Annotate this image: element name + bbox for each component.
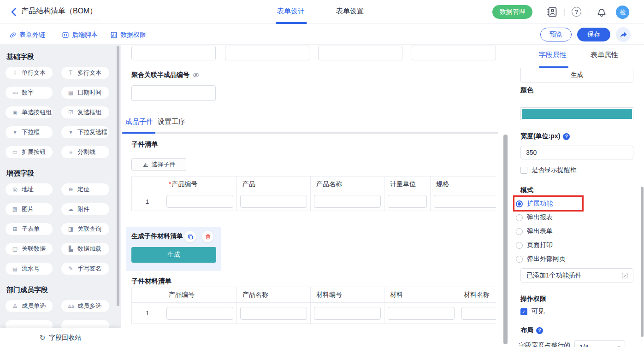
field-item-serial-number[interactable]: ▤流水号 [6, 263, 53, 275]
panel-scrollbar[interactable] [641, 187, 644, 337]
table-cell-input[interactable] [461, 307, 496, 320]
header-cell-spec: 规格 [431, 176, 496, 192]
form-field-input[interactable] [318, 46, 402, 60]
table-cell-input[interactable] [388, 307, 455, 320]
delete-widget-button[interactable] [202, 231, 213, 242]
generate-button[interactable]: 生成 [131, 247, 216, 263]
tab-finished-subitems[interactable]: 成品子件 [125, 118, 153, 126]
field-label: 关联查询 [77, 225, 101, 233]
data-manage-button[interactable]: 数据管理 [492, 5, 532, 19]
mode-option-popup-external-page[interactable]: 弹出外部网页 [516, 255, 566, 263]
header-cell [132, 176, 163, 192]
contacts-icon[interactable] [547, 6, 558, 18]
edit-icon[interactable] [621, 272, 628, 279]
field-item-date-time[interactable]: ▦日期时间 [61, 87, 109, 99]
mode-option-popup-report[interactable]: 弹出报表 [516, 213, 553, 222]
sidebar-scrollbar[interactable] [117, 46, 119, 306]
toolbar-link-label: 表单外链 [19, 31, 45, 39]
field-item-sub-form[interactable]: ⊞子表单 [6, 223, 53, 235]
table-cell-input[interactable] [434, 195, 496, 208]
table-cell-input[interactable] [314, 307, 381, 320]
share-button[interactable] [616, 27, 631, 42]
form-designer-app: { "header": { "title": "产品结构清单（BOM）", "t… [0, 0, 644, 347]
clear-icon[interactable]: × [617, 344, 620, 347]
field-item-checkbox-group[interactable]: ☑复选框组 [61, 106, 109, 118]
date-time-icon: ▦ [67, 89, 74, 96]
tab-form-properties[interactable]: 表单属性 [591, 51, 618, 59]
back-button[interactable] [8, 6, 20, 18]
link-icon [9, 31, 17, 39]
field-item-radio-group[interactable]: ◉单选按钮组 [6, 106, 53, 118]
field-item-attachment[interactable]: ☁附件 [61, 203, 109, 215]
checkbox-unchecked-icon [520, 167, 527, 174]
tab-field-properties[interactable]: 字段属性 [539, 51, 567, 59]
field-label: 成员单选 [22, 302, 46, 310]
form-title[interactable]: 产品结构清单（BOM） [21, 6, 99, 19]
divider-icon: ≡ [67, 149, 74, 155]
help-icon[interactable]: ? [572, 7, 581, 17]
section-title-enhanced-fields: 增强字段 [6, 169, 121, 178]
field-item-divider[interactable]: ≡分割线 [61, 146, 109, 158]
form-field-input[interactable] [131, 46, 216, 60]
tab-form-design[interactable]: 表单设计 [277, 7, 305, 16]
visible-checkbox[interactable]: ✓ 可见 [520, 307, 544, 316]
table-cell-input[interactable] [166, 195, 233, 208]
address-icon: ◎ [12, 186, 18, 193]
field-item-address[interactable]: ◎地址 [6, 183, 53, 195]
table-cell-input[interactable] [240, 195, 307, 208]
field-item-data-load[interactable]: ▙数据加载 [61, 243, 109, 255]
header-cell [132, 287, 163, 303]
layout-help-icon[interactable]: ? [536, 327, 543, 334]
selected-generator-widget[interactable]: 生成子件材料清单 生成 [126, 227, 221, 271]
field-item-signature[interactable]: ✎手写签名 [61, 263, 109, 275]
signature-icon: ✎ [67, 265, 74, 272]
tab-process-setup[interactable]: 设置工序 [158, 118, 185, 126]
tab-form-settings[interactable]: 表单设置 [336, 7, 364, 16]
color-swatch[interactable] [522, 109, 632, 119]
field-item-member-multi[interactable]: ♙♙成员多选 [61, 300, 109, 312]
table-cell-input[interactable] [314, 195, 381, 208]
mode-option-popup-form[interactable]: 弹出表单 [516, 227, 553, 235]
plugin-summary-field[interactable]: 已添加1个功能插件 [520, 268, 633, 282]
form-external-link-button[interactable]: 表单外链 [9, 31, 45, 39]
preview-button[interactable]: 预览 [540, 28, 572, 41]
field-item-image[interactable]: ▧图片 [6, 203, 53, 215]
table-cell-input[interactable] [240, 307, 307, 320]
field-item-multi-select[interactable]: ▾下拉复选框 [61, 126, 109, 138]
material-section-label: 子件材料清单 [131, 277, 171, 286]
notification-bell-icon[interactable] [596, 6, 607, 18]
field-item-single-line-text[interactable]: I单行文本 [6, 67, 53, 79]
select-subitem-button[interactable]: 选择子件 [131, 158, 186, 171]
table-cell-input[interactable] [166, 307, 233, 320]
form-field-input[interactable] [225, 46, 309, 60]
field-item-multi-line-text[interactable]: T多行文本 [61, 67, 109, 79]
field-item-related-query[interactable]: ◨关联查询 [61, 223, 109, 235]
form-field-input[interactable] [412, 46, 496, 60]
mode-option-page-print[interactable]: 页面打印 [516, 241, 553, 249]
field-item-location[interactable]: ⊕定位 [61, 183, 109, 195]
button-text-preview[interactable]: 生成 [520, 68, 633, 82]
color-picker[interactable] [520, 107, 633, 120]
backend-script-button[interactable]: 后端脚本 [62, 31, 98, 39]
field-label: 下拉复选框 [77, 128, 107, 136]
width-input[interactable] [520, 146, 633, 159]
field-label: 地址 [22, 185, 34, 194]
canvas-scrollbar[interactable] [503, 135, 508, 344]
copy-widget-button[interactable] [184, 231, 196, 242]
show-reminder-checkbox[interactable]: 是否显示提醒框 [520, 166, 577, 174]
user-avatar[interactable]: 检 [616, 6, 629, 19]
field-item-number[interactable]: 123数字 [6, 87, 53, 99]
field-recycle-bin-button[interactable]: ↻ 字段回收站 [0, 328, 121, 347]
layout-width-select[interactable]: 1/4 × [574, 340, 625, 347]
width-help-icon[interactable]: ? [563, 133, 570, 140]
save-button[interactable]: 保存 [577, 28, 610, 41]
field-item-select[interactable]: ▾下拉框 [6, 126, 53, 138]
table-cell-input[interactable] [388, 195, 427, 208]
field-item-extend-button[interactable]: ▭扩展按钮 [6, 146, 53, 158]
data-permission-button[interactable]: 数据权限 [110, 31, 146, 39]
field-item-related-data[interactable]: ◫关联数据 [6, 243, 53, 255]
app-header: 产品结构清单（BOM） 表单设计 表单设置 数据管理 ? 检 [0, 0, 644, 24]
field-item-member-single[interactable]: ♙成员单选 [6, 300, 53, 312]
aggregate-field-input[interactable] [131, 85, 216, 101]
active-tab-underline [276, 22, 307, 24]
